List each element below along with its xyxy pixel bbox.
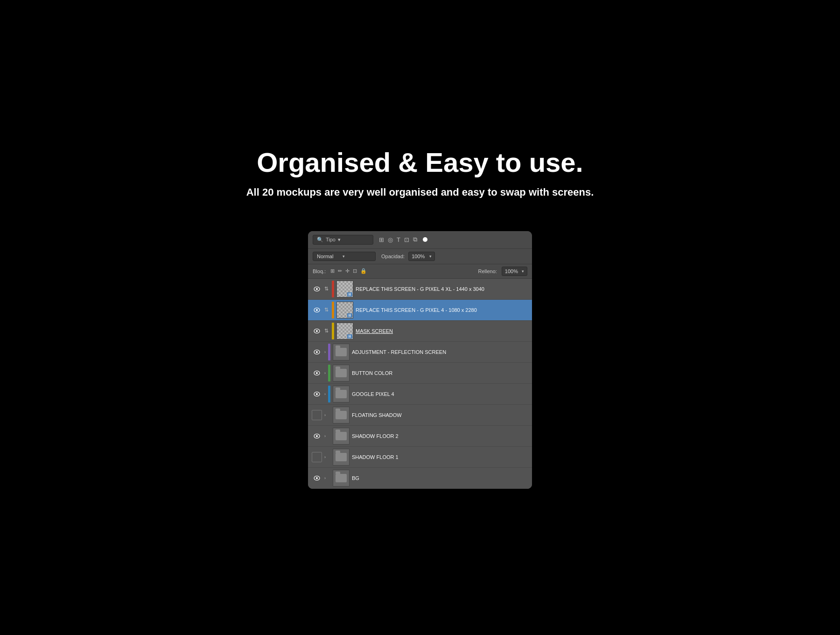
layer-color-badge (328, 344, 330, 360)
checkerboard-icon[interactable]: ⊞ (330, 268, 335, 274)
page-wrapper: Organised & Easy to use. All 20 mockups … (246, 147, 594, 489)
layer-thumbnail: ⊞ (336, 323, 353, 339)
layer-color-badge (332, 281, 334, 297)
layer-thumbnail: ⊞ (336, 281, 353, 297)
layer-visibility-on[interactable] (312, 284, 322, 294)
main-headline: Organised & Easy to use. (257, 147, 583, 178)
move-icon[interactable]: ✛ (345, 268, 350, 274)
svg-point-13 (316, 435, 318, 437)
fill-arrow: ▾ (522, 269, 524, 274)
lock-icons: ⊞ ✏ ✛ ⊡ 🔒 (330, 268, 367, 274)
layer-visibility-on[interactable] (312, 473, 322, 483)
svg-point-5 (316, 330, 318, 332)
layer-item[interactable]: ›BUTTON COLOR (308, 363, 532, 384)
layer-visibility-on[interactable] (312, 305, 322, 315)
fill-value: 100% (505, 268, 518, 274)
layer-expand-arrow[interactable]: › (324, 371, 326, 375)
layer-link-icon: ⇅ (324, 286, 329, 292)
layer-color-badge (328, 470, 330, 487)
search-dropdown-arrow[interactable]: ▾ (338, 237, 341, 243)
layer-expand-arrow[interactable]: › (324, 476, 326, 480)
layer-color-badge (328, 449, 330, 466)
layer-thumbnail (333, 470, 350, 487)
svg-point-7 (316, 351, 318, 353)
layer-thumbnail (333, 386, 350, 402)
blend-mode-dropdown[interactable]: Normal ▾ (313, 252, 376, 261)
ps-layers-list: ⇅⊞REPLACE THIS SCREEN - G PIXEL 4 XL - 1… (308, 279, 532, 489)
layer-link-icon: ⇅ (324, 307, 329, 313)
layer-name: SHADOW FLOOR 1 (352, 454, 528, 460)
layer-expand-arrow[interactable]: › (324, 392, 326, 396)
svg-point-1 (316, 288, 318, 290)
layer-item[interactable]: ⇅⊞REPLACE THIS SCREEN - G PIXEL 4 XL - 1… (308, 279, 532, 300)
ps-search-bar: 🔍 Tipo ▾ ⊞ ◎ T ⊡ ⧉ (308, 231, 532, 249)
search-text: Tipo (326, 237, 336, 242)
svg-point-3 (316, 309, 318, 311)
opacity-value: 100% (412, 254, 425, 259)
layer-thumbnail: ⊞ (336, 302, 353, 318)
ps-search-input[interactable]: 🔍 Tipo ▾ (313, 235, 373, 245)
fill-input[interactable]: 100% ▾ (502, 267, 527, 276)
layer-expand-arrow[interactable]: › (324, 413, 326, 417)
layer-name: REPLACE THIS SCREEN - G PIXEL 4 XL - 144… (356, 286, 528, 292)
layer-color-badge (328, 407, 330, 423)
layer-thumbnail (333, 365, 350, 381)
layer-expand-arrow[interactable]: › (324, 455, 326, 459)
ps-layers-panel: 🔍 Tipo ▾ ⊞ ◎ T ⊡ ⧉ Normal ▾ Opacidad: 10… (308, 231, 532, 489)
lock-icon[interactable]: 🔒 (360, 268, 367, 274)
layer-thumbnail (333, 449, 350, 466)
layer-thumbnail (333, 344, 350, 360)
blend-mode-value: Normal (317, 254, 333, 259)
layer-color-badge (328, 386, 330, 402)
copy-icon[interactable]: ⧉ (413, 236, 417, 243)
dot-icon (423, 237, 427, 242)
layer-visibility-on[interactable] (312, 368, 322, 378)
layer-color-badge (332, 302, 334, 318)
image-icon[interactable]: ⊞ (379, 236, 384, 243)
ps-lock-row: Bloq.: ⊞ ✏ ✛ ⊡ 🔒 Relleno: 100% ▾ (308, 264, 532, 279)
layer-expand-arrow[interactable]: › (324, 434, 326, 438)
lock-label: Bloq.: (313, 268, 326, 274)
layer-item[interactable]: ›FLOATING SHADOW (308, 405, 532, 426)
layer-color-badge (332, 323, 334, 339)
layer-visibility-on[interactable] (312, 389, 322, 399)
layer-link-icon: ⇅ (324, 328, 329, 334)
layer-item[interactable]: ⇅⊞MASK SCREEN (308, 321, 532, 342)
layer-item[interactable]: ›ADJUSTMENT - REFLECTION SCREEN (308, 342, 532, 363)
ps-toolbar-icons: ⊞ ◎ T ⊡ ⧉ (379, 236, 427, 243)
layer-thumbnail (333, 428, 350, 444)
svg-point-9 (316, 372, 318, 374)
main-subheadline: All 20 mockups are very well organised a… (246, 186, 594, 198)
layer-name: BUTTON COLOR (352, 370, 528, 376)
layer-name: SHADOW FLOOR 2 (352, 433, 528, 439)
layer-color-badge (328, 365, 330, 381)
layer-item[interactable]: ›SHADOW FLOOR 1 (308, 447, 532, 468)
opacity-arrow: ▾ (429, 254, 432, 259)
search-icon: 🔍 (317, 237, 323, 243)
layer-name: MASK SCREEN (356, 328, 528, 334)
circle-icon[interactable]: ◎ (388, 236, 393, 243)
layer-color-badge (328, 428, 330, 444)
layer-item[interactable]: ⇅⊞REPLACE THIS SCREEN - G PIXEL 4 - 1080… (308, 300, 532, 321)
layer-item[interactable]: ›BG (308, 468, 532, 489)
layer-name: BG (352, 475, 528, 481)
layer-visibility-off[interactable] (312, 452, 322, 462)
brush-icon[interactable]: ✏ (338, 268, 342, 274)
blend-dropdown-arrow: ▾ (343, 254, 345, 259)
layer-visibility-off[interactable] (312, 410, 322, 420)
layer-name: GOOGLE PIXEL 4 (352, 391, 528, 397)
layer-visibility-on[interactable] (312, 326, 322, 336)
layer-name: FLOATING SHADOW (352, 412, 528, 418)
layer-item[interactable]: ›SHADOW FLOOR 2 (308, 426, 532, 447)
svg-point-15 (316, 477, 318, 479)
layer-visibility-on[interactable] (312, 431, 322, 441)
layer-visibility-on[interactable] (312, 347, 322, 357)
layer-expand-arrow[interactable]: › (324, 350, 326, 354)
layer-item[interactable]: ›GOOGLE PIXEL 4 (308, 384, 532, 405)
fill-label: Relleno: (478, 268, 497, 274)
layer-thumbnail (333, 407, 350, 423)
text-icon[interactable]: T (397, 236, 400, 243)
opacity-input[interactable]: 100% ▾ (408, 252, 435, 261)
transform-icon[interactable]: ⊡ (353, 268, 357, 274)
crop-icon[interactable]: ⊡ (404, 236, 409, 243)
